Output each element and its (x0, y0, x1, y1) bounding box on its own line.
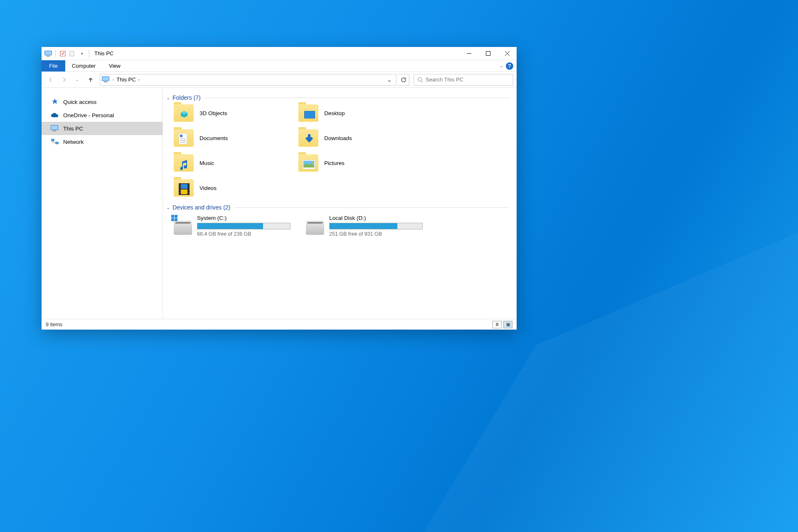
folder-label: Desktop (324, 110, 345, 116)
separator (89, 50, 89, 57)
drive-icon (306, 221, 324, 235)
this-pc-icon (102, 76, 110, 83)
computer-tab[interactable]: Computer (65, 60, 102, 71)
star-icon (51, 98, 59, 106)
svg-rect-10 (102, 77, 109, 81)
svg-point-38 (188, 185, 189, 185)
drive-system-c[interactable]: System (C:) 68.4 GB free of 236 GB (174, 215, 298, 237)
expand-ribbon-icon[interactable]: ⌄ (500, 63, 503, 69)
folder-documents[interactable]: Documents (174, 129, 298, 147)
this-pc-icon (44, 49, 52, 58)
group-header-drives[interactable]: ⌄ Devices and drives (2) (166, 204, 509, 211)
folder-label: Videos (200, 185, 217, 191)
item-count: 9 items (46, 322, 62, 328)
svg-rect-32 (181, 184, 187, 189)
folder-label: Downloads (324, 135, 352, 141)
drive-info: System (C:) 68.4 GB free of 236 GB (197, 215, 298, 237)
divider (205, 98, 509, 98)
file-menu[interactable]: File (42, 60, 65, 71)
maximize-button[interactable] (478, 47, 498, 60)
folder-downloads[interactable]: Downloads (298, 129, 423, 147)
folder-label: 3D Objects (200, 110, 227, 116)
sidebar-item-onedrive[interactable]: OneDrive - Personal (42, 108, 163, 122)
svg-point-35 (179, 187, 180, 188)
search-box[interactable] (414, 74, 513, 86)
folder-icon (174, 129, 194, 147)
this-pc-icon (51, 124, 59, 133)
svg-rect-43 (175, 215, 177, 218)
sidebar-item-label: Quick access (63, 99, 96, 105)
details-view-button[interactable]: ≣ (493, 321, 502, 328)
svg-rect-45 (175, 218, 177, 221)
group-header-label: Folders (7) (172, 94, 201, 101)
refresh-button[interactable] (398, 74, 409, 86)
svg-rect-1 (45, 51, 52, 55)
sidebar-item-quick-access[interactable]: Quick access (42, 95, 163, 108)
view-tab[interactable]: View (102, 60, 127, 71)
window-title: This PC (94, 50, 113, 57)
drive-usage-bar (197, 223, 291, 229)
network-icon (51, 138, 59, 146)
folder-pictures[interactable]: Pictures (298, 154, 423, 172)
drive-icon (174, 221, 192, 235)
chevron-right-icon[interactable]: › (138, 77, 140, 82)
search-input[interactable] (426, 76, 510, 83)
chevron-down-icon: ⌄ (166, 205, 170, 210)
drive-info: Local Disk (D:) 251 GB free of 931 GB (329, 215, 431, 237)
chevron-down-icon: ⌄ (166, 95, 170, 101)
svg-rect-16 (53, 131, 56, 131)
chevron-right-icon[interactable]: › (113, 77, 114, 82)
folder-videos[interactable]: Videos (174, 179, 298, 197)
folder-label: Music (200, 160, 214, 166)
folder-icon (174, 179, 194, 197)
window-controls (459, 47, 517, 60)
folder-icon (298, 129, 318, 147)
svg-rect-44 (171, 218, 174, 221)
folder-icon (298, 154, 318, 172)
properties-icon[interactable] (59, 49, 67, 58)
svg-point-40 (188, 190, 189, 190)
close-button[interactable] (498, 47, 517, 60)
breadcrumb-this-pc[interactable]: This PC (116, 76, 135, 83)
new-folder-icon[interactable] (68, 49, 76, 58)
drive-free-text: 251 GB free of 931 GB (329, 231, 431, 237)
svg-rect-20 (305, 111, 315, 118)
window-body: Quick access OneDrive - Personal This PC… (42, 88, 517, 319)
ribbon-tabs: File Computer View ⌄ ? (42, 60, 517, 72)
cloud-icon (51, 111, 59, 119)
folder-music[interactable]: Music (174, 154, 298, 172)
svg-rect-42 (171, 215, 174, 218)
status-bar: 9 items ≣ ▦ (42, 319, 517, 330)
svg-rect-33 (181, 190, 187, 194)
folder-desktop[interactable]: Desktop (298, 104, 423, 122)
content-pane: ⌄ Folders (7) 3D Objects Desktop Documen… (163, 88, 517, 319)
customize-qat-icon[interactable]: ▾ (78, 49, 86, 58)
help-icon[interactable]: ? (506, 62, 513, 70)
svg-point-12 (418, 77, 422, 81)
address-bar[interactable]: › This PC › ⌄ (100, 74, 397, 86)
svg-point-28 (311, 162, 313, 163)
drive-local-d[interactable]: Local Disk (D:) 251 GB free of 931 GB (306, 215, 431, 237)
folder-3d-objects[interactable]: 3D Objects (174, 104, 298, 122)
minimize-button[interactable] (459, 47, 478, 60)
sidebar-item-this-pc[interactable]: This PC (42, 122, 163, 135)
svg-point-36 (179, 190, 180, 190)
svg-rect-4 (70, 51, 74, 56)
folder-label: Pictures (324, 160, 345, 166)
svg-rect-6 (486, 52, 490, 56)
folder-icon (174, 104, 194, 122)
forward-button[interactable] (58, 74, 70, 86)
large-icons-view-button[interactable]: ▦ (503, 321, 512, 328)
sidebar-item-label: Network (63, 139, 84, 145)
drives-grid: System (C:) 68.4 GB free of 236 GB Local… (174, 215, 509, 237)
svg-point-34 (179, 185, 180, 185)
folder-icon (174, 154, 194, 172)
sidebar-item-network[interactable]: Network (42, 135, 163, 148)
up-button[interactable] (85, 74, 96, 86)
svg-point-39 (188, 187, 189, 188)
address-history-dropdown[interactable]: ⌄ (384, 76, 394, 84)
svg-line-13 (421, 81, 423, 82)
group-header-folders[interactable]: ⌄ Folders (7) (166, 94, 509, 101)
recent-locations-button[interactable]: ⌄ (71, 74, 83, 86)
back-button[interactable] (45, 74, 57, 86)
